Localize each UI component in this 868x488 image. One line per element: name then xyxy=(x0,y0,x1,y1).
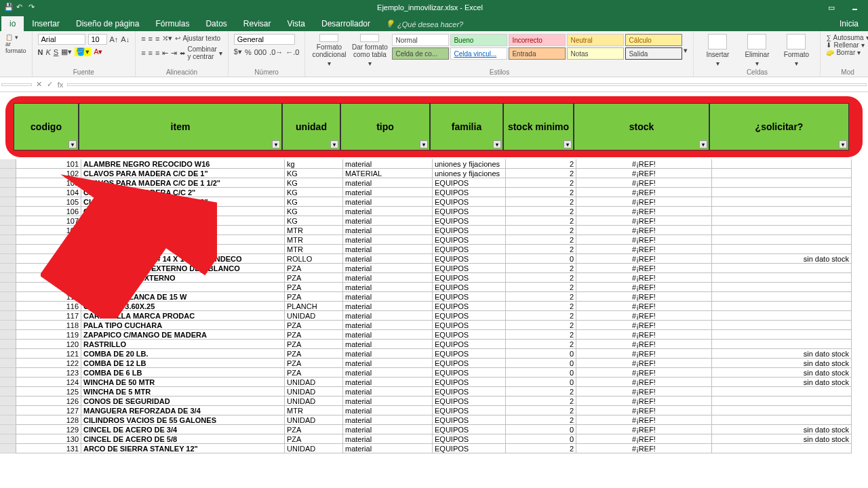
cell[interactable]: material xyxy=(343,302,433,311)
cell[interactable]: 2 xyxy=(506,273,576,283)
undo-icon[interactable]: ↶ xyxy=(16,3,26,12)
name-box[interactable] xyxy=(1,83,32,86)
cell[interactable] xyxy=(0,188,16,197)
cell[interactable]: EQUIPOS xyxy=(433,434,506,444)
cell[interactable] xyxy=(712,216,852,226)
cell[interactable] xyxy=(712,178,852,188)
filter-icon[interactable]: ▾ xyxy=(839,140,847,148)
tell-me[interactable]: 💡¿Qué desea hacer? xyxy=(378,17,470,31)
cell[interactable]: #¡REF! xyxy=(576,178,712,188)
sign-in[interactable]: Inicia xyxy=(831,16,867,31)
border-icon[interactable]: ▦▾ xyxy=(61,47,72,56)
cell[interactable]: material xyxy=(343,283,433,292)
filter-icon[interactable]: ▾ xyxy=(272,140,280,148)
table-row[interactable]: 108ARENAMTRmaterialEQUIPOS2#¡REF! xyxy=(0,226,868,235)
table-row[interactable]: 129CINCEL DE ACERO DE 3/4PZAmaterialEQUI… xyxy=(0,425,868,434)
cell[interactable]: 119 xyxy=(16,330,81,340)
cell[interactable]: KG xyxy=(285,169,343,178)
cell[interactable]: CALAMINA 3.60X.25 xyxy=(81,302,285,311)
cell[interactable]: 2 xyxy=(506,188,576,197)
cell[interactable]: CLAVOS PARA MADERA C/C DE 1 1/2" xyxy=(81,178,285,188)
align-left-icon[interactable]: ≡ xyxy=(141,49,145,57)
cell[interactable]: material xyxy=(343,444,433,453)
cell[interactable]: 122 xyxy=(16,359,81,368)
cell[interactable] xyxy=(0,321,16,330)
cell[interactable]: UNIDAD xyxy=(285,311,343,321)
cell[interactable] xyxy=(712,415,852,425)
cell[interactable]: material xyxy=(343,425,433,434)
cell[interactable] xyxy=(0,415,16,425)
cell[interactable]: 2 xyxy=(506,216,576,226)
cell[interactable] xyxy=(16,254,81,264)
table-row[interactable]: 126CONOS DE SEGURIDADUNIDADmaterialEQUIP… xyxy=(0,396,868,406)
align-top-icon[interactable]: ≡ xyxy=(141,35,145,43)
cell[interactable]: MTR xyxy=(285,245,343,254)
cell[interactable]: 2 xyxy=(506,292,576,302)
data-grid[interactable]: 101ALAMBRE NEGRO RECOCIDO W16kgmaterialu… xyxy=(0,159,868,453)
col-familia[interactable]: familia▾ xyxy=(430,103,503,150)
cell[interactable] xyxy=(712,188,852,197)
cell[interactable]: EQUIPOS xyxy=(433,406,506,415)
align-bot-icon[interactable]: ≡ xyxy=(155,35,159,43)
cell[interactable] xyxy=(712,330,852,340)
format-painter[interactable]: ar formato xyxy=(5,41,26,54)
cell[interactable]: material xyxy=(343,406,433,415)
styles-more-icon[interactable]: ▾ xyxy=(684,46,688,55)
cell[interactable]: 124 xyxy=(16,378,81,387)
cell[interactable] xyxy=(0,159,16,169)
cell[interactable]: material xyxy=(343,359,433,368)
cell[interactable] xyxy=(712,396,852,406)
cell[interactable]: 2 xyxy=(506,415,576,425)
cell[interactable]: 2 xyxy=(506,406,576,415)
cell[interactable]: #¡REF! xyxy=(576,415,712,425)
cell[interactable] xyxy=(16,264,81,273)
cell[interactable]: 11 xyxy=(16,283,81,292)
cell[interactable]: CLAVOS PARA MADERA C/C DE 3" xyxy=(81,197,285,207)
cell[interactable] xyxy=(0,169,16,178)
bold-button[interactable]: N xyxy=(38,48,43,56)
cell[interactable]: 130 xyxy=(16,434,81,444)
table-row[interactable]: 117CARRETILLA MARCA PRODACUNIDADmaterial… xyxy=(0,311,868,321)
cell[interactable]: 0 xyxy=(506,425,576,434)
cell[interactable]: 104 xyxy=(16,188,81,197)
tab-insertar[interactable]: Insertar xyxy=(24,16,68,31)
cell[interactable]: 126 xyxy=(16,396,81,406)
cell[interactable]: 2 xyxy=(506,283,576,292)
cell[interactable]: material xyxy=(343,235,433,245)
cell[interactable]: 0 xyxy=(506,378,576,387)
cell[interactable]: EQUIPOS xyxy=(433,425,506,434)
cell[interactable]: MTR xyxy=(285,406,343,415)
style-entrada[interactable]: Entrada xyxy=(509,47,566,60)
cell[interactable]: 0 xyxy=(506,434,576,444)
format-cells-button[interactable]: Formato▾ xyxy=(778,34,814,67)
table-row[interactable]: 122COMBA DE 12 LBPZAmaterialEQUIPOS0#¡RE… xyxy=(0,359,868,368)
table-row[interactable]: 11PZAmaterialEQUIPOS2#¡REF! xyxy=(0,283,868,292)
cell[interactable]: material xyxy=(343,197,433,207)
table-row[interactable]: 118PALA TIPO CUCHARAPZAmaterialEQUIPOS2#… xyxy=(0,321,868,330)
cell[interactable]: material xyxy=(343,159,433,169)
cell[interactable]: PLANCH xyxy=(285,302,343,311)
underline-button[interactable]: S xyxy=(54,48,58,56)
cell[interactable]: #¡REF! xyxy=(576,159,712,169)
cell[interactable]: 125 xyxy=(16,387,81,396)
cell[interactable]: 2 xyxy=(506,169,576,178)
insert-cells-button[interactable]: Insertar▾ xyxy=(699,34,736,67)
cell[interactable]: EQUIPOS xyxy=(433,359,506,368)
cell[interactable]: 116 xyxy=(16,302,81,311)
cell[interactable] xyxy=(0,283,16,292)
align-mid-icon[interactable]: ≡ xyxy=(149,35,153,43)
cell[interactable]: 115 xyxy=(16,292,81,302)
cell[interactable]: KG xyxy=(285,197,343,207)
cell[interactable]: material xyxy=(343,292,433,302)
cell[interactable]: 2 xyxy=(506,235,576,245)
cell[interactable]: PZA xyxy=(285,292,343,302)
filter-icon[interactable]: ▾ xyxy=(493,140,501,148)
cell[interactable]: kg xyxy=(285,159,343,169)
cell[interactable] xyxy=(712,444,852,453)
cell[interactable]: material xyxy=(343,188,433,197)
font-name-select[interactable] xyxy=(38,34,85,45)
cell[interactable]: TUBO DE 1 xyxy=(81,245,285,254)
cell[interactable]: CLAVOS xyxy=(81,216,285,226)
table-row[interactable]: CABLE ELECTRICO # 14 X 100 MTR INDECOROL… xyxy=(0,254,868,264)
cell[interactable]: 2 xyxy=(506,226,576,235)
